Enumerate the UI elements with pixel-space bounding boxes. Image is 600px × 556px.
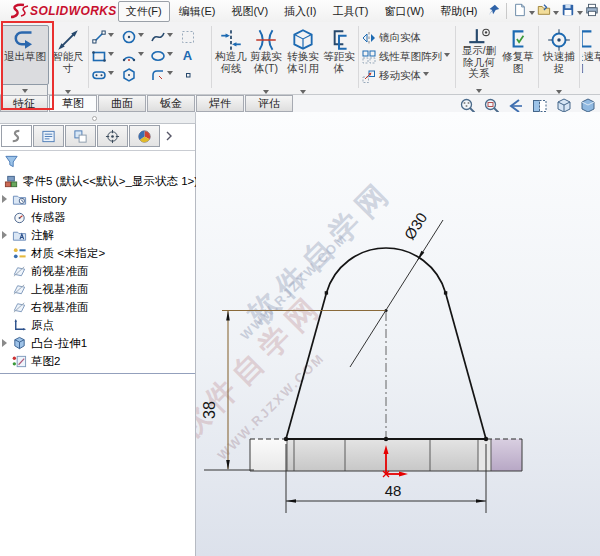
expand-arrow-icon[interactable] <box>0 339 12 347</box>
move-entities-icon <box>361 68 377 84</box>
expand-arrow-icon[interactable] <box>0 231 12 239</box>
circle-tool[interactable] <box>121 27 151 46</box>
tree-item-boss-extrude[interactable]: 凸台-拉伸1 <box>0 334 195 352</box>
splitter-handle-dot <box>92 116 97 121</box>
menu-edit[interactable]: 编辑(E) <box>172 2 223 21</box>
arc-tool[interactable] <box>121 46 151 65</box>
text-tool[interactable]: A <box>180 46 210 65</box>
move-entities-button[interactable]: 移动实体 <box>361 66 453 85</box>
tree-item-right-plane[interactable]: 右视基准面 <box>0 298 195 316</box>
plane-tool[interactable] <box>180 27 210 46</box>
mirror-entities-label: 镜向实体 <box>379 31 421 45</box>
offset-entities-group: 等距实体 <box>322 25 356 85</box>
save-icon[interactable] <box>561 3 575 20</box>
tree-item-sensors[interactable]: 传感器 <box>0 208 195 226</box>
graphics-viewport[interactable]: 软件自学网 WWW.RJZXW.COM 软件自学网 WWW.RJZXW.COM <box>196 112 600 556</box>
ellipse-tool[interactable] <box>150 46 180 65</box>
new-document-icon[interactable] <box>513 3 527 20</box>
tree-item-history[interactable]: History <box>0 190 195 208</box>
tree-item-front-plane[interactable]: 前视基准面 <box>0 262 195 280</box>
menu-tools[interactable]: 工具(T) <box>325 2 375 21</box>
spline-tool[interactable] <box>150 27 180 46</box>
menu-view[interactable]: 视图(V) <box>224 2 275 21</box>
point-tool[interactable] <box>180 65 210 84</box>
rapid-sketch-icon <box>582 27 599 51</box>
spline-icon <box>150 29 166 45</box>
feature-manager-panel: 零件5 (默认<<默认>_显示状态 1>) History 传感器 注解 材质 … <box>0 124 196 556</box>
menu-insert[interactable]: 插入(I) <box>277 2 323 21</box>
construction-geometry-button[interactable]: 构造几何线 <box>213 25 249 85</box>
open-document-icon[interactable] <box>537 3 551 20</box>
trim-entities-label: 剪裁实体(T) <box>249 51 283 74</box>
tree-item-label: 前视基准面 <box>31 264 89 279</box>
ribbon-separator <box>455 26 456 88</box>
filter-funnel-icon[interactable] <box>4 154 19 169</box>
part-name: 零件5 (默认<<默认>_显示状态 1>) <box>23 174 198 189</box>
move-entities-dropdown[interactable] <box>423 72 429 79</box>
expand-arrow-icon[interactable] <box>0 195 12 203</box>
point-icon <box>180 67 196 83</box>
menu-help[interactable]: 帮助(H) <box>433 2 484 21</box>
save-dropdown[interactable] <box>577 11 583 18</box>
tree-item-top-plane[interactable]: 上视基准面 <box>0 280 195 298</box>
pin-icon[interactable] <box>487 3 501 20</box>
new-document-dropdown[interactable] <box>529 11 535 18</box>
dim-width-text[interactable]: 48 <box>385 482 402 499</box>
slot-tool[interactable] <box>91 65 121 84</box>
plane-icon <box>12 264 27 279</box>
fillet-icon <box>150 67 166 83</box>
line-tool[interactable] <box>91 27 121 46</box>
linear-pattern-dropdown[interactable] <box>444 53 450 60</box>
trim-entities-button[interactable]: 剪裁实体(T) <box>247 25 285 85</box>
tab-featuremanager[interactable] <box>1 125 32 147</box>
repair-sketch-button[interactable]: 修复草图 <box>499 25 537 85</box>
smart-dimension-icon <box>55 27 81 51</box>
panel-top-splitter[interactable] <box>0 112 196 124</box>
tree-item-material[interactable]: 材质 <未指定> <box>0 244 195 262</box>
menu-file[interactable]: 文件(F) <box>118 1 170 22</box>
tab-sheet-metal[interactable]: 钣金 <box>147 95 195 112</box>
tab-weldments[interactable]: 焊件 <box>196 95 244 112</box>
open-document-dropdown[interactable] <box>553 11 559 18</box>
rectangle-tool[interactable] <box>91 46 121 65</box>
menu-bar: SOLIDWORKS 文件(F) 编辑(E) 视图(V) 插入(I) 工具(T)… <box>0 0 600 23</box>
quick-snaps-button[interactable]: 快速捕捉 <box>540 25 578 85</box>
tree-item-sketch2[interactable]: 草图2 <box>0 352 195 370</box>
tab-evaluate[interactable]: 评估 <box>245 95 293 112</box>
tab-sketch[interactable]: 草图 <box>49 95 97 112</box>
print-icon[interactable] <box>585 3 599 20</box>
rapid-sketch-button[interactable]: 快速草图 <box>582 25 600 85</box>
tree-item-origin[interactable]: 原点 <box>0 316 195 334</box>
exit-sketch-button[interactable]: 退出草图 <box>1 25 49 85</box>
tab-configurationmanager[interactable] <box>65 125 96 147</box>
offset-entities-button[interactable]: 等距实体 <box>321 25 357 85</box>
rapid-sketch-group: 快速草图 <box>582 25 600 85</box>
dimension-diameter[interactable]: Ø30 <box>350 209 443 367</box>
panel-tab-overflow-chevron[interactable] <box>161 125 177 147</box>
material-icon <box>12 246 27 261</box>
fillet-tool[interactable] <box>150 65 180 84</box>
polygon-tool[interactable] <box>121 65 151 84</box>
repair-sketch-label: 修复草图 <box>501 51 535 74</box>
mirror-entities-icon <box>361 30 377 46</box>
tree-item-label: 上视基准面 <box>31 282 89 297</box>
linear-pattern-button[interactable]: 线性草图阵列 <box>361 47 453 66</box>
convert-entities-button[interactable]: 转换实体引用 <box>283 25 323 85</box>
dim-height-text[interactable]: 38 <box>201 401 218 419</box>
tree-item-part[interactable]: 零件5 (默认<<默认>_显示状态 1>) <box>0 172 195 190</box>
tree-item-annotations[interactable]: 注解 <box>0 226 195 244</box>
menu-window[interactable]: 窗口(W) <box>378 2 432 21</box>
tab-surfaces[interactable]: 曲面 <box>98 95 146 112</box>
mirror-entities-button[interactable]: 镜向实体 <box>361 28 453 47</box>
dim-diameter-text[interactable]: Ø30 <box>401 209 431 242</box>
annotations-folder-icon <box>12 228 27 243</box>
tab-features[interactable]: 特征 <box>0 95 48 112</box>
linear-pattern-icon <box>361 49 377 65</box>
convert-entities-icon <box>290 27 316 51</box>
arc-icon <box>121 48 137 64</box>
tab-propertymanager[interactable] <box>33 125 64 147</box>
smart-dimension-button[interactable]: 智能尺寸 <box>49 25 87 85</box>
display-delete-relations-button[interactable]: 显示/删除几何关系 <box>457 25 501 85</box>
tab-dimxpertmanager[interactable] <box>97 125 128 147</box>
tab-displaymanager[interactable] <box>129 125 160 147</box>
